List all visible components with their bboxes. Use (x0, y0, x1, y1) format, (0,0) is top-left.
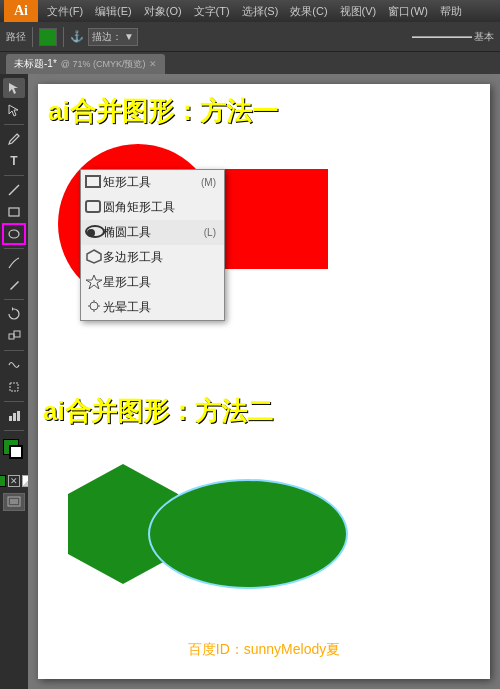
left-toolbar: T (0, 74, 28, 689)
view-modes (3, 493, 25, 511)
context-menu: 矩形工具 (M) 圆角矩形工具 椭圆工具 (L) (80, 169, 225, 321)
pen-tool[interactable] (3, 129, 25, 149)
ai-logo: Ai (4, 0, 38, 22)
cm-star-label: 星形工具 (103, 274, 151, 291)
svg-rect-5 (10, 383, 18, 391)
stroke-dropdown[interactable]: 描边： ▼ (88, 28, 138, 46)
cm-ellipse-hotkey: (L) (204, 227, 216, 238)
menu-bar: 文件(F) 编辑(E) 对象(O) 文字(T) 选择(S) 效果(C) 视图(V… (42, 2, 496, 21)
screen-mode[interactable] (3, 493, 25, 511)
free-transform-tool[interactable] (3, 377, 25, 397)
svg-rect-10 (10, 499, 18, 504)
menu-object[interactable]: 对象(O) (139, 2, 187, 21)
menu-help[interactable]: 帮助 (435, 2, 467, 21)
color-mode-none[interactable]: ✕ (8, 475, 20, 487)
lt-sep-1 (4, 124, 24, 125)
rect-tool[interactable] (3, 202, 25, 222)
stroke-label: 描边： (92, 30, 122, 44)
cm-rounded-label: 圆角矩形工具 (103, 199, 175, 216)
tab-title: 未标题-1* (14, 57, 57, 71)
watermark: 百度ID：sunnyMelody夏 (188, 641, 341, 659)
line-tool[interactable] (3, 180, 25, 200)
basic-label: 基本 (474, 30, 494, 44)
dropdown-arrow: ▼ (124, 31, 134, 42)
stroke-preview (412, 36, 472, 38)
svg-point-14 (90, 302, 98, 310)
cm-item-polygon[interactable]: 多边形工具 (81, 245, 224, 270)
svg-marker-12 (87, 250, 101, 263)
svg-rect-3 (9, 334, 14, 339)
ellipse-tool[interactable] (3, 224, 25, 244)
anchor-icon: ⚓ (70, 30, 84, 43)
cm-item-ellipse[interactable]: 椭圆工具 (L) (81, 220, 224, 245)
stroke-color[interactable] (9, 445, 23, 459)
cm-flare-label: 光晕工具 (103, 299, 151, 316)
selection-tool[interactable] (3, 78, 25, 98)
cm-rect-hotkey: (M) (201, 177, 216, 188)
warp-tool[interactable] (3, 355, 25, 375)
cm-rect-label: 矩形工具 (103, 174, 151, 191)
cm-active-dot (87, 229, 95, 237)
document-tab[interactable]: 未标题-1* @ 71% (CMYK/预览) ✕ (6, 54, 165, 74)
lt-sep-5 (4, 350, 24, 351)
cm-item-rounded[interactable]: 圆角矩形工具 (81, 195, 224, 220)
cm-ellipse-label: 椭圆工具 (103, 224, 151, 241)
direct-selection-tool[interactable] (3, 100, 25, 120)
tab-info: @ 71% (CMYK/预览) (61, 58, 146, 71)
pencil-tool[interactable] (3, 275, 25, 295)
lt-sep-2 (4, 175, 24, 176)
color-mode-color[interactable] (0, 475, 6, 487)
lt-sep-6 (4, 401, 24, 402)
text-tool[interactable]: T (3, 151, 25, 171)
canvas-area: ai合并图形：方法一 ai合并图形：方法二 百度ID：sunnyMelody夏 (28, 74, 500, 689)
cm-item-flare[interactable]: 光晕工具 (81, 295, 224, 320)
svg-rect-4 (14, 331, 20, 337)
green-ellipse (148, 479, 348, 589)
rect-icon (85, 175, 104, 191)
menu-view[interactable]: 视图(V) (335, 2, 382, 21)
svg-rect-8 (17, 411, 20, 421)
menu-select[interactable]: 选择(S) (237, 2, 284, 21)
graph-tool[interactable] (3, 406, 25, 426)
toolbar: 路径 ⚓ 描边： ▼ 基本 (0, 22, 500, 52)
menu-window[interactable]: 窗口(W) (383, 2, 433, 21)
method-two-label: ai合并图形：方法二 (43, 394, 273, 429)
svg-line-0 (9, 185, 19, 195)
path-label: 路径 (6, 30, 26, 44)
rounded-icon (85, 200, 104, 216)
cm-item-star[interactable]: 星形工具 (81, 270, 224, 295)
svg-rect-6 (9, 416, 12, 421)
menu-text[interactable]: 文字(T) (189, 2, 235, 21)
flare-icon (85, 299, 103, 317)
menu-file[interactable]: 文件(F) (42, 2, 88, 21)
tab-bar: 未标题-1* @ 71% (CMYK/预览) ✕ (0, 52, 500, 74)
brush-tool[interactable] (3, 253, 25, 273)
svg-rect-1 (9, 208, 19, 216)
menu-edit[interactable]: 编辑(E) (90, 2, 137, 21)
polygon-icon (85, 249, 103, 267)
menu-effect[interactable]: 效果(C) (285, 2, 332, 21)
tab-close-button[interactable]: ✕ (149, 59, 157, 69)
color-swatch[interactable] (39, 28, 57, 46)
svg-marker-13 (86, 275, 102, 289)
line-box: 基本 (412, 30, 494, 44)
method-one-label: ai合并图形：方法一 (48, 94, 278, 129)
main-area: T (0, 74, 500, 689)
lt-sep-7 (4, 430, 24, 431)
title-bar: Ai 文件(F) 编辑(E) 对象(O) 文字(T) 选择(S) 效果(C) 视… (0, 0, 500, 22)
color-boxes (3, 439, 25, 467)
svg-point-2 (9, 230, 19, 238)
lt-sep-3 (4, 248, 24, 249)
cm-item-rect[interactable]: 矩形工具 (M) (81, 170, 224, 195)
svg-rect-7 (13, 413, 16, 421)
scale-tool[interactable] (3, 326, 25, 346)
star-icon (85, 274, 103, 292)
cm-polygon-label: 多边形工具 (103, 249, 163, 266)
toolbar-separator-1 (32, 27, 33, 47)
toolbar-separator-2 (63, 27, 64, 47)
rotate-tool[interactable] (3, 304, 25, 324)
lt-sep-4 (4, 299, 24, 300)
